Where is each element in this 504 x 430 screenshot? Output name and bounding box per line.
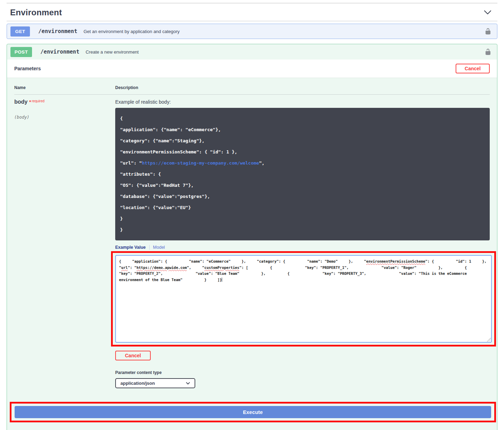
code-line: "OS": {"value":"RedHat 7"}, — [120, 183, 485, 188]
body-editor-textarea[interactable]: { "application": { "name": "eCommerce" }… — [115, 255, 492, 343]
top-divider — [7, 3, 497, 3]
column-header-description: Description — [115, 85, 138, 90]
column-header-name: Name — [14, 85, 115, 90]
post-endpoint-path[interactable]: /environment — [40, 49, 79, 55]
execute-annotation-box: Execute — [10, 402, 496, 422]
tab-model[interactable]: Model — [150, 245, 165, 250]
code-text: ", — [259, 160, 265, 166]
tab-example-value[interactable]: Example Value — [115, 245, 150, 250]
post-opblock-header[interactable]: POST /environment Create a new environme… — [7, 44, 497, 59]
parameters-header: Parameters Cancel — [7, 59, 497, 78]
code-line: "application": {"name": "eCommerce"}, — [120, 127, 485, 132]
body-editor-annotation-box: { "application": { "name": "eCommerce" }… — [111, 251, 496, 347]
body-text-misspelled: url — [121, 265, 128, 270]
selected-content-type: application/json — [120, 381, 155, 386]
required-label: required — [32, 99, 45, 103]
code-line: } — [120, 216, 485, 221]
example-url-link[interactable]: https://ecom-staging-my-company.com/welc… — [142, 160, 259, 166]
body-parameter-description-cell: Example of realistic body: { "applicatio… — [115, 99, 490, 388]
heading-divider — [7, 21, 497, 21]
example-intro-text: Example of realistic body: — [115, 99, 490, 105]
get-method-badge[interactable]: GET — [10, 26, 30, 37]
parameters-title: Parameters — [14, 66, 41, 71]
code-line: { — [120, 116, 485, 121]
get-endpoint-path[interactable]: /environment — [38, 28, 77, 34]
unlock-icon[interactable] — [485, 48, 491, 55]
parameters-table: Name Description body *required (body) E… — [7, 78, 497, 388]
param-type-hint: (body) — [14, 115, 115, 120]
code-line: "location": {"value":"EU"} — [120, 205, 485, 210]
post-endpoint-summary: Create a new environment — [86, 49, 139, 55]
swagger-page: Environment GET /environment Get an envi… — [0, 3, 504, 430]
select-chevron-down-icon — [186, 381, 190, 386]
cancel-body-button[interactable]: Cancel — [115, 351, 151, 360]
parameter-content-type-label: Parameter content type — [115, 370, 490, 375]
param-name: body — [14, 99, 27, 105]
body-text-misspelled: customProperties — [204, 265, 239, 270]
model-tabs: Example Value Model — [115, 245, 490, 250]
body-text-misspelled: https://demo.apwide.com — [136, 265, 187, 270]
resize-handle[interactable] — [487, 338, 491, 342]
code-text: "url": " — [120, 160, 142, 166]
body-text: { "application": { "name": "eCommerce" }… — [119, 259, 366, 263]
unlock-icon[interactable] — [485, 28, 491, 35]
body-text-misspelled: environmentPermissionScheme — [366, 259, 425, 263]
code-line-url: "url": "https://ecom-staging-my-company.… — [120, 160, 485, 166]
environment-section-header[interactable]: Environment — [7, 8, 497, 17]
post-environment-opblock: POST /environment Create a new environme… — [7, 44, 497, 430]
code-line: } — [120, 227, 485, 232]
section-title: Environment — [10, 8, 62, 17]
get-environment-opblock[interactable]: GET /environment Get an environment by a… — [7, 24, 497, 39]
text-caret — [222, 278, 222, 282]
parameters-table-head: Name Description — [14, 85, 490, 95]
code-line: "category": {"name":"Staging"}, — [120, 138, 485, 143]
execute-button[interactable]: Execute — [15, 406, 491, 418]
get-endpoint-summary: Get an environment by application and ca… — [84, 29, 180, 34]
chevron-down-icon[interactable] — [483, 9, 492, 16]
body-text: ", " — [187, 265, 204, 270]
cancel-tryout-button[interactable]: Cancel — [456, 64, 490, 73]
parameter-content-type-select[interactable]: application/json — [115, 378, 195, 388]
code-line: "environmentPermissionScheme": { "id": 1… — [120, 149, 485, 154]
code-line: "attributes": { — [120, 172, 485, 177]
post-method-badge[interactable]: POST — [10, 47, 32, 57]
required-star: * — [29, 99, 31, 105]
body-parameter-name-cell: body *required (body) — [14, 99, 115, 388]
realistic-body-code-block: { "application": {"name": "eCommerce"}, … — [115, 108, 490, 240]
body-text: ": " — [128, 265, 136, 270]
body-parameter-row: body *required (body) Example of realist… — [14, 95, 490, 388]
code-line: "database": {"value":"postgres"}, — [120, 194, 485, 199]
